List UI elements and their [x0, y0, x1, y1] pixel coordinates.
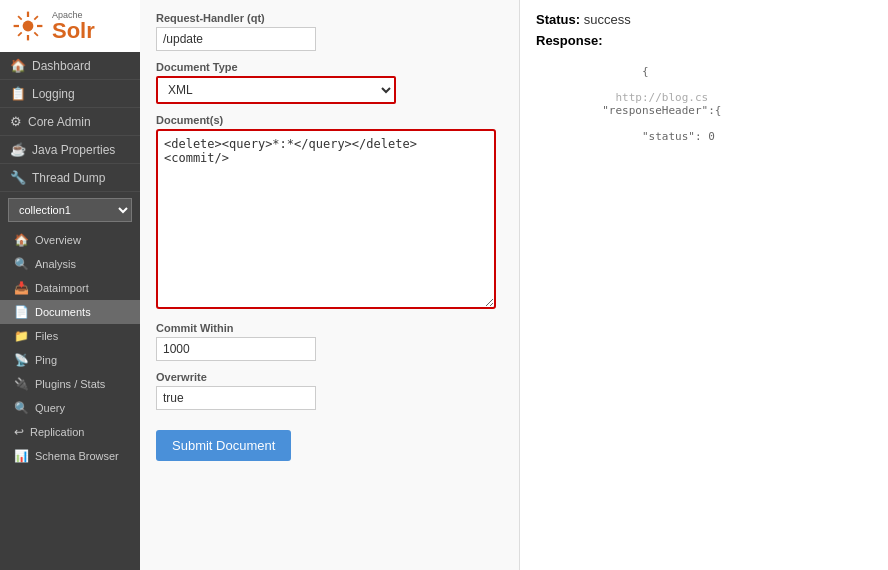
sidebar-item-schema-browser[interactable]: 📊 Schema Browser: [0, 444, 140, 468]
documents-label-text: Document(s): [156, 114, 503, 126]
logging-icon: 📋: [10, 86, 26, 101]
request-handler-label: Request-Handler (qt): [156, 12, 503, 24]
overwrite-label: Overwrite: [156, 371, 503, 383]
replication-icon: ↩: [14, 425, 24, 439]
sidebar-item-analysis[interactable]: 🔍 Analysis: [0, 252, 140, 276]
sidebar-item-plugins-stats[interactable]: 🔌 Plugins / Stats: [0, 372, 140, 396]
main-content: Request-Handler (qt) Document Type XML J…: [140, 0, 888, 570]
response-label: Response:: [536, 33, 872, 48]
dashboard-label: Dashboard: [32, 59, 91, 73]
sidebar-item-ping[interactable]: 📡 Ping: [0, 348, 140, 372]
logo-area: Apache Solr: [0, 0, 140, 52]
overwrite-input[interactable]: [156, 386, 316, 410]
schema-browser-icon: 📊: [14, 449, 29, 463]
files-icon: 📁: [14, 329, 29, 343]
sidebar-item-documents[interactable]: 📄 Documents: [0, 300, 140, 324]
files-label: Files: [35, 330, 58, 342]
overwrite-group: Overwrite: [156, 371, 503, 410]
svg-line-5: [18, 16, 22, 20]
commit-within-group: Commit Within: [156, 322, 503, 361]
sidebar-item-core-admin[interactable]: ⚙ Core Admin: [0, 108, 140, 136]
analysis-icon: 🔍: [14, 257, 29, 271]
logging-label: Logging: [32, 87, 75, 101]
request-handler-input[interactable]: [156, 27, 316, 51]
overview-label: Overview: [35, 234, 81, 246]
core-admin-icon: ⚙: [10, 114, 22, 129]
solr-label: Solr: [52, 18, 95, 43]
svg-point-0: [23, 21, 34, 32]
sidebar-item-dashboard[interactable]: 🏠 Dashboard: [0, 52, 140, 80]
plugins-icon: 🔌: [14, 377, 29, 391]
response-panel: Status: success Response: { http://blog.…: [520, 0, 888, 570]
response-body: { http://blog.cs "responseHeader":{ "sta…: [536, 52, 872, 156]
thread-dump-icon: 🔧: [10, 170, 26, 185]
content-area: Request-Handler (qt) Document Type XML J…: [140, 0, 888, 570]
query-icon: 🔍: [14, 401, 29, 415]
status-value: success: [584, 12, 631, 27]
commit-within-label: Commit Within: [156, 322, 503, 334]
sidebar-item-dataimport[interactable]: 📥 Dataimport: [0, 276, 140, 300]
replication-label: Replication: [30, 426, 84, 438]
solr-logo-icon: [10, 8, 46, 44]
request-handler-group: Request-Handler (qt): [156, 12, 503, 51]
sidebar-item-java-properties[interactable]: ☕ Java Properties: [0, 136, 140, 164]
svg-line-7: [18, 32, 22, 36]
form-panel: Request-Handler (qt) Document Type XML J…: [140, 0, 520, 570]
status-label: Status:: [536, 12, 580, 27]
sidebar: Apache Solr 🏠 Dashboard 📋 Logging ⚙ Core…: [0, 0, 140, 570]
analysis-label: Analysis: [35, 258, 76, 270]
dataimport-icon: 📥: [14, 281, 29, 295]
dataimport-label: Dataimport: [35, 282, 89, 294]
documents-icon: 📄: [14, 305, 29, 319]
sidebar-item-overview[interactable]: 🏠 Overview: [0, 228, 140, 252]
schema-browser-label: Schema Browser: [35, 450, 119, 462]
plugins-stats-label: Plugins / Stats: [35, 378, 105, 390]
ping-label: Ping: [35, 354, 57, 366]
status-line: Status: success: [536, 12, 872, 27]
document-type-select[interactable]: XML JSON CSV Document Builder: [156, 76, 396, 104]
thread-dump-label: Thread Dump: [32, 171, 105, 185]
documents-label: Documents: [35, 306, 91, 318]
commit-within-input[interactable]: [156, 337, 316, 361]
sidebar-item-query[interactable]: 🔍 Query: [0, 396, 140, 420]
document-type-label: Document Type: [156, 61, 503, 73]
sidebar-item-logging[interactable]: 📋 Logging: [0, 80, 140, 108]
watermark: http://blog.cs: [589, 91, 708, 104]
java-properties-label: Java Properties: [32, 143, 115, 157]
svg-line-8: [34, 32, 38, 36]
overview-icon: 🏠: [14, 233, 29, 247]
sidebar-item-replication[interactable]: ↩ Replication: [0, 420, 140, 444]
sidebar-item-thread-dump[interactable]: 🔧 Thread Dump: [0, 164, 140, 192]
core-admin-label: Core Admin: [28, 115, 91, 129]
java-icon: ☕: [10, 142, 26, 157]
query-label: Query: [35, 402, 65, 414]
dashboard-icon: 🏠: [10, 58, 26, 73]
ping-icon: 📡: [14, 353, 29, 367]
document-type-group: Document Type XML JSON CSV Document Buil…: [156, 61, 503, 104]
svg-line-6: [34, 16, 38, 20]
collection-selector[interactable]: collection1: [8, 198, 132, 222]
submit-document-button[interactable]: Submit Document: [156, 430, 291, 461]
documents-group: Document(s) <delete><query>*:*</query></…: [156, 114, 503, 312]
documents-textarea[interactable]: <delete><query>*:*</query></delete> <com…: [156, 129, 496, 309]
sidebar-item-files[interactable]: 📁 Files: [0, 324, 140, 348]
